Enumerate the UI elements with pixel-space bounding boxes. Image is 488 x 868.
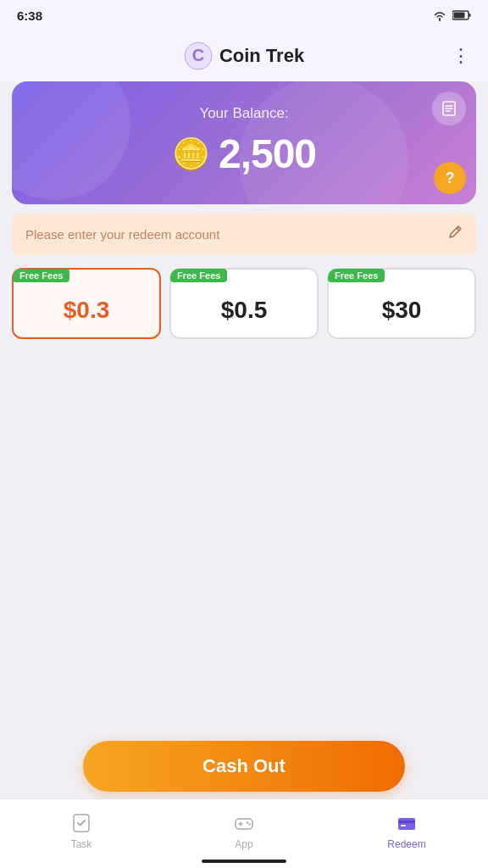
cash-out-button[interactable]: Cash Out [83, 741, 405, 792]
svg-rect-16 [398, 818, 415, 830]
svg-line-9 [457, 228, 459, 231]
pencil-icon [447, 225, 463, 240]
free-fees-badge-1: Free Fees [13, 269, 69, 282]
nav-item-redeem[interactable]: Redeem [325, 811, 488, 857]
svg-rect-1 [469, 14, 471, 17]
amount-card-3[interactable]: Free Fees $30 [327, 268, 476, 339]
wifi-icon [432, 9, 447, 21]
status-icons [432, 9, 471, 21]
bottom-nav: Task App Redeem [0, 798, 488, 868]
app-logo-icon: C [184, 42, 213, 70]
nav-label-redeem: Redeem [387, 838, 425, 850]
edit-icon [447, 225, 463, 244]
header-logo: C Coin Trek [184, 42, 304, 70]
header-menu-button[interactable]: ⋮ [452, 45, 471, 67]
history-icon [441, 100, 458, 117]
task-icon [69, 811, 93, 835]
amount-value-2: $0.5 [221, 297, 268, 324]
coin-icon: 🪙 [172, 136, 210, 172]
free-fees-badge-3: Free Fees [328, 269, 385, 282]
amount-cards-row: Free Fees $0.3 Free Fees $0.5 Free Fees … [12, 268, 476, 339]
battery-icon [452, 10, 471, 20]
svg-rect-17 [398, 821, 415, 823]
amount-card-2[interactable]: Free Fees $0.5 [169, 268, 319, 339]
history-fab-button[interactable] [432, 92, 466, 125]
gamepad-icon [232, 811, 256, 835]
balance-label: Your Balance: [32, 105, 456, 122]
status-bar: 6:38 [0, 0, 488, 31]
svg-point-15 [248, 823, 250, 825]
svg-rect-2 [454, 13, 465, 19]
home-indicator [202, 860, 286, 863]
app-title: Coin Trek [219, 45, 304, 67]
help-icon: ? [446, 170, 455, 187]
help-fab-button[interactable]: ? [434, 162, 466, 194]
header: C Coin Trek ⋮ [0, 31, 488, 81]
svg-point-14 [247, 821, 248, 823]
amount-card-1[interactable]: Free Fees $0.3 [12, 268, 161, 339]
nav-item-task[interactable]: Task [0, 811, 163, 857]
nav-item-app[interactable]: App [163, 811, 325, 857]
redeem-input-wrapper[interactable]: Please enter your redeem account [12, 213, 476, 256]
balance-amount: 2,500 [219, 131, 316, 177]
free-fees-badge-2: Free Fees [170, 269, 227, 282]
balance-card: Your Balance: 🪙 2,500 ? [12, 81, 476, 204]
redeem-icon [395, 811, 419, 835]
amount-value-3: $30 [382, 297, 422, 324]
status-time: 6:38 [17, 8, 42, 23]
nav-label-task: Task [71, 838, 92, 850]
nav-label-app: App [235, 838, 252, 850]
main-content [0, 351, 488, 605]
svg-text:C: C [192, 46, 204, 64]
amount-value-1: $0.3 [64, 297, 110, 324]
redeem-placeholder: Please enter your redeem account [25, 227, 219, 242]
balance-amount-row: 🪙 2,500 [32, 131, 456, 177]
